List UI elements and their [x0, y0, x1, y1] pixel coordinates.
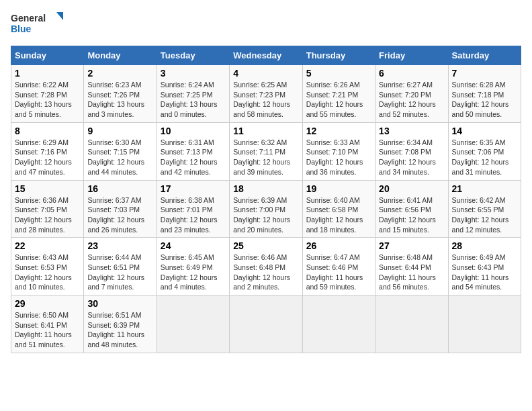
- day-number: 29: [15, 298, 80, 309]
- weekday-header-monday: Monday: [84, 46, 157, 65]
- weekday-header-tuesday: Tuesday: [157, 46, 229, 65]
- day-info: Sunrise: 6:28 AMSunset: 7:18 PMDaylight:…: [452, 80, 517, 120]
- day-info: Sunrise: 6:50 AMSunset: 6:41 PMDaylight:…: [15, 310, 80, 350]
- calendar-cell: 14Sunrise: 6:35 AMSunset: 7:06 PMDayligh…: [448, 122, 521, 180]
- day-info: Sunrise: 6:44 AMSunset: 6:51 PMDaylight:…: [87, 253, 152, 292]
- calendar-cell: [448, 295, 521, 353]
- calendar-cell: 11Sunrise: 6:32 AMSunset: 7:11 PMDayligh…: [230, 122, 302, 180]
- weekday-header-saturday: Saturday: [448, 46, 521, 65]
- calendar-cell: [157, 295, 229, 353]
- weekday-header-friday: Friday: [375, 46, 448, 65]
- calendar-cell: 28Sunrise: 6:49 AMSunset: 6:43 PMDayligh…: [448, 238, 521, 295]
- day-info: Sunrise: 6:49 AMSunset: 6:43 PMDaylight:…: [452, 253, 517, 292]
- day-number: 15: [15, 183, 80, 194]
- logo-svg: General Blue: [11, 11, 64, 38]
- calendar-cell: [375, 295, 448, 353]
- day-info: Sunrise: 6:32 AMSunset: 7:11 PMDaylight:…: [233, 138, 298, 177]
- day-info: Sunrise: 6:22 AMSunset: 7:28 PMDaylight:…: [15, 80, 80, 120]
- day-number: 10: [161, 126, 226, 136]
- calendar-cell: 4Sunrise: 6:25 AMSunset: 7:23 PMDaylight…: [230, 65, 302, 123]
- calendar-cell: 30Sunrise: 6:51 AMSunset: 6:39 PMDayligh…: [84, 295, 157, 353]
- day-number: 19: [306, 183, 371, 194]
- day-number: 22: [15, 240, 80, 251]
- day-info: Sunrise: 6:26 AMSunset: 7:21 PMDaylight:…: [306, 80, 371, 120]
- calendar-cell: 16Sunrise: 6:37 AMSunset: 7:03 PMDayligh…: [84, 180, 157, 238]
- day-number: 17: [161, 183, 226, 194]
- day-number: 8: [15, 126, 80, 136]
- day-info: Sunrise: 6:39 AMSunset: 7:00 PMDaylight:…: [233, 195, 298, 235]
- calendar-cell: 17Sunrise: 6:38 AMSunset: 7:01 PMDayligh…: [157, 180, 229, 238]
- day-info: Sunrise: 6:43 AMSunset: 6:53 PMDaylight:…: [15, 253, 80, 292]
- day-info: Sunrise: 6:35 AMSunset: 7:06 PMDaylight:…: [452, 138, 517, 177]
- weekday-header-sunday: Sunday: [11, 46, 84, 65]
- day-info: Sunrise: 6:47 AMSunset: 6:46 PMDaylight:…: [306, 253, 371, 292]
- day-info: Sunrise: 6:33 AMSunset: 7:10 PMDaylight:…: [306, 138, 371, 177]
- day-info: Sunrise: 6:46 AMSunset: 6:48 PMDaylight:…: [233, 253, 298, 292]
- day-info: Sunrise: 6:51 AMSunset: 6:39 PMDaylight:…: [87, 310, 152, 350]
- day-info: Sunrise: 6:31 AMSunset: 7:13 PMDaylight:…: [161, 138, 226, 177]
- day-info: Sunrise: 6:23 AMSunset: 7:26 PMDaylight:…: [87, 80, 152, 120]
- day-number: 12: [306, 126, 371, 136]
- day-info: Sunrise: 6:34 AMSunset: 7:08 PMDaylight:…: [379, 138, 444, 177]
- day-number: 9: [87, 126, 152, 136]
- day-number: 11: [233, 126, 298, 136]
- calendar-week-5: 29Sunrise: 6:50 AMSunset: 6:41 PMDayligh…: [11, 295, 521, 353]
- day-info: Sunrise: 6:45 AMSunset: 6:49 PMDaylight:…: [161, 253, 226, 292]
- day-info: Sunrise: 6:29 AMSunset: 7:16 PMDaylight:…: [15, 138, 80, 177]
- day-number: 18: [233, 183, 298, 194]
- day-info: Sunrise: 6:25 AMSunset: 7:23 PMDaylight:…: [233, 80, 298, 120]
- day-info: Sunrise: 6:24 AMSunset: 7:25 PMDaylight:…: [161, 80, 226, 120]
- calendar-cell: 8Sunrise: 6:29 AMSunset: 7:16 PMDaylight…: [11, 122, 84, 180]
- day-number: 24: [161, 240, 226, 251]
- day-number: 26: [306, 240, 371, 251]
- calendar-cell: 19Sunrise: 6:40 AMSunset: 6:58 PMDayligh…: [302, 180, 375, 238]
- weekday-header-thursday: Thursday: [302, 46, 375, 65]
- calendar-cell: 6Sunrise: 6:27 AMSunset: 7:20 PMDaylight…: [375, 65, 448, 123]
- calendar-cell: 20Sunrise: 6:41 AMSunset: 6:56 PMDayligh…: [375, 180, 448, 238]
- day-info: Sunrise: 6:38 AMSunset: 7:01 PMDaylight:…: [161, 195, 226, 235]
- page-header: General Blue: [11, 11, 521, 38]
- calendar-week-3: 15Sunrise: 6:36 AMSunset: 7:05 PMDayligh…: [11, 180, 521, 238]
- calendar-cell: 10Sunrise: 6:31 AMSunset: 7:13 PMDayligh…: [157, 122, 229, 180]
- day-number: 27: [379, 240, 444, 251]
- calendar-cell: 18Sunrise: 6:39 AMSunset: 7:00 PMDayligh…: [230, 180, 302, 238]
- calendar-cell: 24Sunrise: 6:45 AMSunset: 6:49 PMDayligh…: [157, 238, 229, 295]
- calendar-cell: 29Sunrise: 6:50 AMSunset: 6:41 PMDayligh…: [11, 295, 84, 353]
- calendar-cell: 15Sunrise: 6:36 AMSunset: 7:05 PMDayligh…: [11, 180, 84, 238]
- day-number: 25: [233, 240, 298, 251]
- calendar-cell: 7Sunrise: 6:28 AMSunset: 7:18 PMDaylight…: [448, 65, 521, 123]
- day-number: 4: [233, 68, 298, 79]
- svg-text:General: General: [11, 13, 46, 24]
- day-number: 1: [15, 68, 80, 79]
- svg-text:Blue: Blue: [11, 24, 32, 34]
- calendar-header-row: SundayMondayTuesdayWednesdayThursdayFrid…: [11, 46, 521, 65]
- day-number: 5: [306, 68, 371, 79]
- calendar-cell: 2Sunrise: 6:23 AMSunset: 7:26 PMDaylight…: [84, 65, 157, 123]
- day-number: 20: [379, 183, 444, 194]
- calendar-cell: 9Sunrise: 6:30 AMSunset: 7:15 PMDaylight…: [84, 122, 157, 180]
- day-number: 23: [87, 240, 152, 251]
- day-number: 16: [87, 183, 152, 194]
- day-number: 6: [379, 68, 444, 79]
- day-info: Sunrise: 6:37 AMSunset: 7:03 PMDaylight:…: [87, 195, 152, 235]
- calendar-cell: [302, 295, 375, 353]
- day-number: 14: [452, 126, 517, 136]
- day-number: 3: [161, 68, 226, 79]
- calendar-cell: 13Sunrise: 6:34 AMSunset: 7:08 PMDayligh…: [375, 122, 448, 180]
- day-number: 2: [87, 68, 152, 79]
- day-info: Sunrise: 6:41 AMSunset: 6:56 PMDaylight:…: [379, 195, 444, 235]
- weekday-header-wednesday: Wednesday: [230, 46, 302, 65]
- calendar-cell: 5Sunrise: 6:26 AMSunset: 7:21 PMDaylight…: [302, 65, 375, 123]
- calendar-cell: 21Sunrise: 6:42 AMSunset: 6:55 PMDayligh…: [448, 180, 521, 238]
- day-number: 13: [379, 126, 444, 136]
- calendar-cell: 26Sunrise: 6:47 AMSunset: 6:46 PMDayligh…: [302, 238, 375, 295]
- calendar-week-4: 22Sunrise: 6:43 AMSunset: 6:53 PMDayligh…: [11, 238, 521, 295]
- calendar-cell: 27Sunrise: 6:48 AMSunset: 6:44 PMDayligh…: [375, 238, 448, 295]
- svg-marker-2: [56, 12, 63, 20]
- day-number: 30: [87, 298, 152, 309]
- calendar-cell: 12Sunrise: 6:33 AMSunset: 7:10 PMDayligh…: [302, 122, 375, 180]
- calendar-cell: [230, 295, 302, 353]
- calendar-cell: 22Sunrise: 6:43 AMSunset: 6:53 PMDayligh…: [11, 238, 84, 295]
- day-number: 21: [452, 183, 517, 194]
- calendar-week-1: 1Sunrise: 6:22 AMSunset: 7:28 PMDaylight…: [11, 65, 521, 123]
